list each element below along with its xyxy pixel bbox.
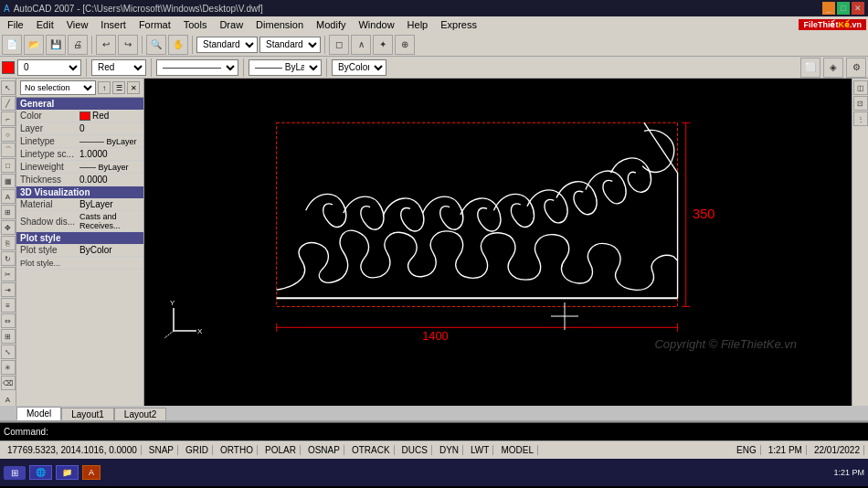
close-button[interactable]: ✕ [852, 2, 864, 15]
right-tool-3[interactable]: ⋮ [853, 111, 868, 126]
save-button[interactable]: 💾 [46, 35, 66, 55]
prop-shadow-value[interactable]: Casts and Receives... [79, 212, 140, 230]
workspace-select[interactable]: Standard [196, 37, 258, 53]
prop-lweight-value[interactable]: —— ByLayer [79, 163, 140, 172]
right-tool-2[interactable]: ⊡ [853, 96, 868, 111]
tool-move[interactable]: ✥ [1, 220, 16, 235]
tool-select[interactable]: ↖ [1, 80, 16, 95]
tool-pline[interactable]: ⌐ [1, 111, 16, 126]
menu-window[interactable]: Window [353, 18, 399, 31]
tool-line[interactable]: ╱ [1, 96, 16, 111]
open-button[interactable]: 📂 [24, 35, 44, 55]
tab-layout1[interactable]: Layout1 [61, 408, 114, 420]
general-section-header[interactable]: General [16, 98, 143, 110]
style-select[interactable]: Standard [259, 37, 321, 53]
zoom-button[interactable]: 🔍 [146, 35, 166, 55]
menu-edit[interactable]: Edit [31, 18, 59, 31]
undo-button[interactable]: ↩ [96, 35, 116, 55]
tool-rotate[interactable]: ↻ [1, 251, 16, 266]
menu-dimension[interactable]: Dimension [250, 18, 309, 31]
prop-thick-value[interactable]: 0.0000 [79, 175, 140, 185]
tool-extend[interactable]: ⇥ [1, 282, 16, 297]
snap-status[interactable]: SNAP [145, 445, 178, 455]
view-btn2[interactable]: ◈ [823, 58, 843, 78]
prop-color-value[interactable]: Red [92, 111, 140, 121]
props-btn3[interactable]: ✕ [127, 81, 140, 94]
start-button[interactable]: ⊞ [4, 466, 26, 480]
menu-format[interactable]: Format [133, 18, 176, 31]
taskbar-explorer[interactable]: 📁 [56, 465, 79, 480]
tool-hatch[interactable]: ▦ [1, 174, 16, 188]
lwt-status[interactable]: LWT [467, 445, 493, 455]
prop-plotstyle-value[interactable]: ByColor [79, 245, 140, 255]
prop-btn3[interactable]: ✦ [373, 35, 393, 55]
prop-layer-value[interactable]: 0 [79, 123, 140, 133]
prop-btn1[interactable]: ◻ [329, 35, 349, 55]
color-combo[interactable]: Red [91, 59, 146, 76]
dyn-status[interactable]: DYN [436, 445, 463, 455]
lineweight-combo[interactable]: ——— ByLayer [249, 59, 322, 76]
props-btn1[interactable]: ↑ [98, 81, 111, 94]
tool-copy[interactable]: ⎘ [1, 236, 16, 250]
menu-help[interactable]: Help [402, 18, 434, 31]
plot-section-header[interactable]: Plot style [16, 232, 143, 244]
print-button[interactable]: 🖨 [68, 35, 88, 55]
properties-panel: No selection ↑ ☰ ✕ General Color Red Lay… [16, 79, 144, 406]
menu-insert[interactable]: Insert [95, 18, 132, 31]
tool-trim[interactable]: ✂ [1, 267, 16, 281]
otrack-status[interactable]: OTRACK [348, 445, 395, 455]
menu-file[interactable]: File [2, 18, 29, 31]
prop-btn4[interactable]: ⊕ [395, 35, 415, 55]
tool-rect[interactable]: □ [1, 158, 16, 173]
right-tool-1[interactable]: ◫ [853, 80, 868, 95]
menu-draw[interactable]: Draw [214, 18, 249, 31]
tool-array[interactable]: ⊞ [1, 329, 16, 344]
drawing-area[interactable]: Copyright © FileThietKe.vn 350 1400 [144, 79, 852, 406]
selection-dropdown[interactable]: No selection [20, 80, 96, 95]
maximize-button[interactable]: □ [837, 2, 850, 15]
tool-mirror[interactable]: ⇔ [1, 313, 16, 328]
redo-button[interactable]: ↪ [118, 35, 138, 55]
menu-modify[interactable]: Modify [311, 18, 351, 31]
linetype-combo[interactable]: ——————— ByLayer [156, 59, 238, 76]
tool-circle[interactable]: ○ [1, 127, 16, 142]
menu-tools[interactable]: Tools [178, 18, 213, 31]
tool-offset[interactable]: ≡ [1, 298, 16, 313]
layer-combo[interactable]: 0 [17, 59, 81, 76]
props-btn2[interactable]: ☰ [112, 81, 125, 94]
pan-button[interactable]: ✋ [168, 35, 188, 55]
time-display: 1:21 PM [765, 445, 807, 455]
viz-section-header[interactable]: 3D Visualization [16, 186, 143, 198]
tool-scale[interactable]: ⤡ [1, 345, 16, 359]
polar-status[interactable]: POLAR [261, 445, 301, 455]
taskbar-chrome[interactable]: 🌐 [29, 465, 52, 480]
prop-material-value[interactable]: ByLayer [79, 199, 140, 209]
command-input[interactable] [52, 427, 864, 437]
osnap-status[interactable]: OSNAP [304, 445, 344, 455]
tool-explode[interactable]: ✳ [1, 360, 16, 375]
menu-view[interactable]: View [61, 18, 94, 31]
prop-shadow-label: Shadow dis... [20, 217, 79, 227]
prop-btn2[interactable]: ∧ [351, 35, 371, 55]
menu-express[interactable]: Express [435, 18, 482, 31]
tool-text[interactable]: A [1, 189, 16, 204]
model-status[interactable]: MODEL [497, 445, 538, 455]
grid-status[interactable]: GRID [182, 445, 213, 455]
ortho-status[interactable]: ORTHO [217, 445, 258, 455]
view-btn3[interactable]: ⚙ [846, 58, 866, 78]
tab-model[interactable]: Model [16, 407, 61, 420]
tool-insert[interactable]: ⊞ [1, 205, 16, 219]
toolbar-row-1: 📄 📂 💾 🖨 ↩ ↪ 🔍 ✋ Standard Standard ◻ ∧ ✦ … [0, 33, 868, 57]
ducs-status[interactable]: DUCS [398, 445, 432, 455]
minimize-button[interactable]: _ [822, 2, 835, 15]
tool-arc[interactable]: ⌒ [1, 143, 16, 157]
plotstyle-combo[interactable]: ByColor [332, 59, 386, 76]
command-bar: Command: [0, 422, 868, 440]
prop-linetype-value[interactable]: ——— ByLayer [79, 137, 140, 146]
tab-layout2[interactable]: Layout2 [114, 408, 167, 420]
taskbar-autocad[interactable]: A [82, 465, 101, 480]
tool-erase[interactable]: ⌫ [1, 376, 16, 390]
view-btn1[interactable]: ⬜ [800, 58, 820, 78]
new-button[interactable]: 📄 [2, 35, 22, 55]
prop-ltscale-value[interactable]: 1.0000 [79, 149, 140, 159]
